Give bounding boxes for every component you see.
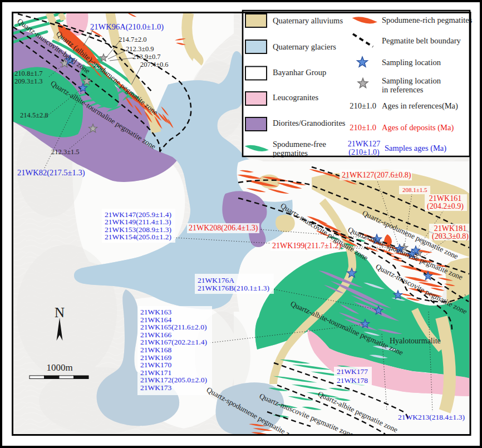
svg-text:Hyalotourmalite: Hyalotourmalite [390, 337, 441, 345]
svg-text:Samples ages (Ma): Samples ages (Ma) [385, 144, 446, 153]
svg-text:Quaternary glaciers: Quaternary glaciers [273, 42, 336, 51]
svg-text:21WK176B(210.1±1.3): 21WK176B(210.1±1.3) [198, 284, 269, 292]
svg-text:209.3±1.3: 209.3±1.3 [14, 77, 43, 85]
svg-text:Spodumene-rich pegmatites: Spodumene-rich pegmatites [382, 16, 473, 24]
svg-text:21WK178: 21WK178 [337, 376, 368, 385]
svg-text:21WK208(206.4±1.3): 21WK208(206.4±1.3) [189, 224, 258, 233]
svg-text:pegmatites: pegmatites [273, 149, 308, 157]
svg-text:21WK181: 21WK181 [434, 224, 466, 233]
svg-text:Leucogranites: Leucogranites [273, 93, 318, 102]
svg-text:Ages of deposits (Ma): Ages of deposits (Ma) [382, 123, 454, 132]
svg-text:(210±1.0): (210±1.0) [348, 148, 380, 157]
svg-text:Ages in references(Ma): Ages in references(Ma) [382, 101, 458, 111]
svg-text:in references: in references [382, 85, 424, 94]
svg-text:Sampling location: Sampling location [382, 58, 441, 67]
svg-text:214.7±2.0: 214.7±2.0 [119, 36, 147, 43]
svg-text:21WK127: 21WK127 [348, 140, 380, 148]
svg-text:21WK177: 21WK177 [337, 367, 368, 376]
svg-text:(204.2±0.9): (204.2±0.9) [427, 202, 464, 211]
svg-text:207.4±0.6: 207.4±0.6 [140, 61, 169, 68]
svg-text:210±1.0: 210±1.0 [350, 101, 376, 110]
svg-text:Pegmatite belt boundary: Pegmatite belt boundary [382, 36, 461, 45]
svg-text:N: N [55, 305, 65, 320]
svg-text:210.8±1.7: 210.8±1.7 [14, 70, 43, 77]
svg-text:Spodumene-free: Spodumene-free [273, 140, 326, 149]
svg-text:Sampling location: Sampling location [382, 76, 441, 85]
svg-text:208.1±1.5: 208.1±1.5 [402, 186, 427, 193]
svg-text:21WK199(211.7±1.2): 21WK199(211.7±1.2) [272, 242, 341, 250]
svg-text:21WK173: 21WK173 [140, 383, 171, 392]
svg-text:21WK82(217.5±1.3): 21WK82(217.5±1.3) [17, 168, 85, 178]
svg-text:214.5±2.8: 214.5±2.8 [20, 111, 48, 119]
svg-text:21WK154(205.0±1.2): 21WK154(205.0±1.2) [105, 233, 171, 241]
svg-text:Bayanhar Group: Bayanhar Group [273, 68, 326, 77]
svg-text:21WK161: 21WK161 [429, 194, 461, 203]
svg-text:Diorites/Granodiorites: Diorites/Granodiorites [273, 119, 346, 127]
svg-text:213.9±0.7: 213.9±0.7 [132, 53, 161, 61]
svg-text:21WK176A: 21WK176A [198, 276, 234, 284]
svg-text:(203.3±0.8): (203.3±0.8) [432, 232, 469, 241]
svg-text:212.3±1.5: 212.3±1.5 [51, 148, 80, 156]
svg-text:210±1.0: 210±1.0 [350, 123, 376, 132]
svg-text:Quaternary alluviums: Quaternary alluviums [273, 16, 343, 25]
svg-text:212.3±0.9: 212.3±0.9 [126, 45, 154, 53]
svg-text:21WK96A(210.0±1.0): 21WK96A(210.0±1.0) [90, 22, 164, 32]
svg-text:21WK127(207.6±0.8): 21WK127(207.6±0.8) [342, 171, 411, 180]
svg-text:21WK213(218.4±1.3): 21WK213(218.4±1.3) [398, 413, 465, 421]
svg-text:1000m: 1000m [46, 362, 72, 373]
